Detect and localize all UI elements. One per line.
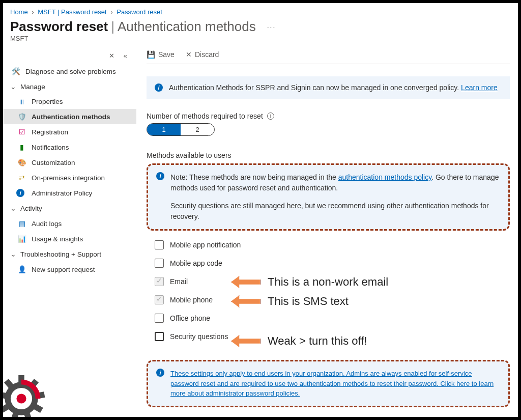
checkbox-checked-disabled-icon bbox=[155, 277, 164, 286]
sync-icon: ⇄ bbox=[16, 174, 27, 182]
admin-policy-link[interactable]: These settings only apply to end users i… bbox=[170, 369, 500, 399]
sidebar-group-troubleshoot[interactable]: ⌄ Troubleshooting + Support bbox=[3, 246, 136, 262]
annotation-security-questions: Weak > turn this off! bbox=[231, 334, 367, 348]
book-icon: ▮ bbox=[16, 143, 27, 151]
breadcrumb-level2[interactable]: Password reset bbox=[117, 8, 162, 16]
sidebar-item-label: Usage & insights bbox=[32, 235, 83, 243]
breadcrumb-home[interactable]: Home bbox=[10, 8, 28, 16]
sidebar-item-usage[interactable]: 📊 Usage & insights bbox=[3, 231, 136, 246]
sidebar-group-activity[interactable]: ⌄ Activity bbox=[3, 201, 136, 216]
sidebar-item-registration[interactable]: ☑ Registration bbox=[3, 124, 136, 139]
close-icon[interactable]: ✕ bbox=[109, 52, 114, 60]
sidebar-group-manage[interactable]: ⌄ Manage bbox=[3, 79, 136, 94]
num-methods-segmented: 1 2 bbox=[147, 123, 215, 136]
sidebar-item-auditlogs[interactable]: ▤ Audit logs bbox=[3, 216, 136, 231]
chevron-down-icon: ⌄ bbox=[10, 250, 16, 258]
checkbox-checked-disabled-icon bbox=[155, 295, 164, 304]
discard-label: Discard bbox=[195, 50, 219, 59]
methods-note-box: i Note: These methods are now being mana… bbox=[147, 163, 510, 231]
sidebar-item-auth-methods[interactable]: 🛡️ Authentication methods bbox=[3, 109, 136, 124]
chevron-down-icon: ⌄ bbox=[10, 204, 16, 212]
breadcrumb: Home › MSFT | Password reset › Password … bbox=[3, 3, 518, 16]
checkbox-icon[interactable] bbox=[155, 332, 164, 341]
method-label: Email bbox=[170, 277, 188, 286]
method-label: Office phone bbox=[170, 314, 210, 322]
method-label: Mobile app notification bbox=[170, 241, 241, 249]
sidebar-item-label: Properties bbox=[32, 98, 63, 105]
checkbox-icon[interactable] bbox=[155, 259, 164, 268]
help-icon[interactable]: i bbox=[267, 113, 274, 120]
seg-option-1[interactable]: 1 bbox=[147, 124, 181, 135]
bottom-info-banner: i These settings only apply to end users… bbox=[147, 360, 510, 407]
wrench-icon: 🛠️ bbox=[10, 67, 21, 75]
method-label: Mobile phone bbox=[170, 296, 213, 304]
sidebar-item-diagnose[interactable]: 🛠️ Diagnose and solve problems bbox=[3, 64, 136, 79]
info-icon: i bbox=[156, 369, 164, 377]
sidebar-item-label: Diagnose and solve problems bbox=[25, 68, 116, 75]
palette-icon: 🎨 bbox=[16, 158, 27, 166]
page-subtitle: Authentication methods bbox=[118, 19, 256, 35]
chart-icon: 📊 bbox=[16, 235, 27, 243]
method-mobile-app-notification[interactable]: Mobile app notification bbox=[147, 236, 510, 254]
sidebar-item-onprem[interactable]: ⇄ On-premises integration bbox=[3, 170, 136, 185]
sidebar-item-label: Audit logs bbox=[32, 220, 62, 228]
save-label: Save bbox=[158, 50, 175, 59]
note-text-2: Security questions are still managed her… bbox=[170, 202, 489, 220]
info-icon: i bbox=[156, 172, 164, 180]
arrow-left-icon bbox=[231, 276, 260, 288]
annotation-text: This is SMS text bbox=[268, 295, 349, 308]
seg-option-2[interactable]: 2 bbox=[181, 124, 214, 135]
svg-point-11 bbox=[16, 394, 26, 403]
method-label: Security questions bbox=[170, 332, 228, 341]
title-separator: | bbox=[111, 19, 114, 35]
support-icon: 👤 bbox=[16, 265, 27, 273]
sidebar-item-label: Registration bbox=[32, 128, 68, 136]
annotation-text: Weak > turn this off! bbox=[268, 334, 367, 348]
checklist-icon: ☑ bbox=[16, 128, 27, 136]
log-icon: ▤ bbox=[16, 219, 27, 228]
close-icon: ✕ bbox=[186, 50, 192, 59]
method-mobile-app-code[interactable]: Mobile app code bbox=[147, 254, 510, 272]
sidebar-item-label: New support request bbox=[32, 266, 95, 273]
chevron-right-icon: › bbox=[110, 8, 112, 16]
num-methods-label: Number of methods required to reset i bbox=[147, 112, 510, 120]
checkbox-icon[interactable] bbox=[155, 314, 164, 323]
breadcrumb-level1[interactable]: MSFT | Password reset bbox=[38, 8, 106, 16]
chevron-right-icon: › bbox=[32, 8, 34, 16]
annotation-text: This is a non-work email bbox=[268, 275, 388, 289]
main-content: 💾 Save ✕ Discard i Authentication Method… bbox=[136, 46, 518, 415]
sidebar-item-properties[interactable]: ⫼ Properties bbox=[3, 94, 136, 109]
auth-methods-policy-link[interactable]: authentication methods policy bbox=[338, 173, 431, 181]
sidebar-item-label: Customization bbox=[32, 159, 75, 166]
annotation-email: This is a non-work email bbox=[231, 275, 388, 289]
sidebar-item-notifications[interactable]: ▮ Notifications bbox=[3, 139, 136, 155]
save-button[interactable]: 💾 Save bbox=[147, 50, 175, 59]
shield-icon: 🛡️ bbox=[16, 113, 27, 121]
info-icon: i bbox=[155, 83, 163, 92]
checkbox-icon[interactable] bbox=[155, 240, 164, 249]
more-menu-icon[interactable]: ··· bbox=[267, 23, 276, 31]
toolbar: 💾 Save ✕ Discard bbox=[147, 46, 510, 64]
note-text-1a: Note: These methods are now being manage… bbox=[170, 173, 338, 181]
method-label: Mobile app code bbox=[170, 259, 222, 267]
sidebar-item-adminpolicy[interactable]: i Administrator Policy bbox=[3, 185, 136, 201]
learn-more-link[interactable]: Learn more bbox=[461, 83, 498, 92]
sidebar-item-label: Notifications bbox=[32, 144, 69, 151]
gear-logo-icon bbox=[0, 374, 46, 420]
arrow-left-icon bbox=[231, 295, 260, 307]
annotation-mobile-phone: This is SMS text bbox=[231, 295, 349, 308]
label-text: Number of methods required to reset bbox=[147, 112, 263, 120]
discard-button[interactable]: ✕ Discard bbox=[186, 50, 219, 59]
sidebar-item-label: Troubleshooting + Support bbox=[20, 250, 101, 258]
save-icon: 💾 bbox=[147, 50, 155, 59]
sidebar-item-label: Administrator Policy bbox=[32, 189, 92, 197]
sidebar-item-support[interactable]: 👤 New support request bbox=[3, 262, 136, 277]
collapse-icon[interactable]: « bbox=[124, 52, 127, 60]
method-office-phone[interactable]: Office phone bbox=[147, 309, 510, 327]
org-label: MSFT bbox=[3, 35, 518, 46]
methods-available-label: Methods available to users bbox=[147, 151, 510, 159]
arrow-left-icon bbox=[231, 335, 260, 347]
sidebar: ✕ « 🛠️ Diagnose and solve problems ⌄ Man… bbox=[3, 46, 136, 415]
sliders-icon: ⫼ bbox=[16, 98, 27, 105]
sidebar-item-customization[interactable]: 🎨 Customization bbox=[3, 155, 136, 170]
